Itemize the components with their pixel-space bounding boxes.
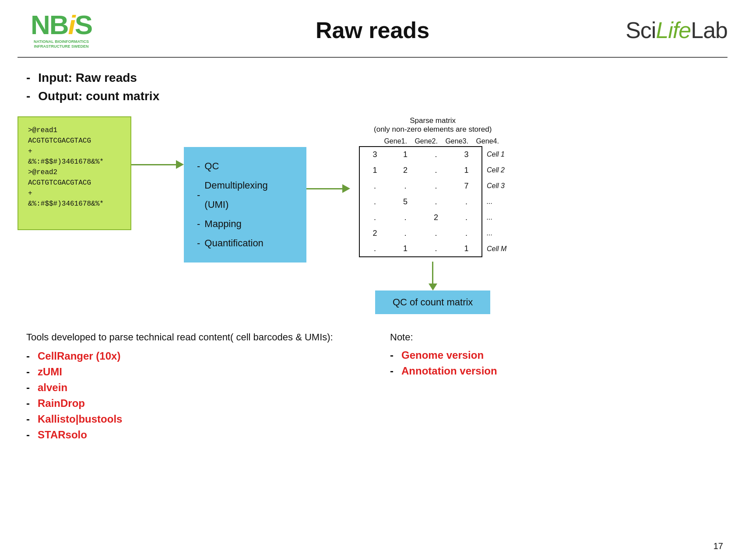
raw-read-line-6: ACGTGTCGACGTACG (28, 178, 121, 188)
cell-labels: Cell 1 Cell 2 Cell 3 ... ... ... Cell M (487, 147, 506, 257)
note-annotation: - Annotation version (390, 365, 719, 377)
table-row: . 1 . 1 (359, 241, 482, 257)
note-section: Note: - Genome version - Annotation vers… (355, 332, 719, 444)
scilife-life: Life (656, 17, 691, 43)
scilife-sci: Sci (626, 17, 656, 43)
scilife-lab: Lab (691, 17, 727, 43)
raw-read-line-4: &%:#$$#)3461678&%* (28, 157, 121, 167)
page-title: Raw reads (316, 17, 429, 43)
pipeline-quant: - Quantification (197, 234, 293, 253)
down-arrow-line (432, 262, 433, 284)
tools-left: Tools developed to parse technical read … (26, 332, 355, 444)
table-row: 3 1 . 3 (359, 147, 482, 162)
page-number: 17 (713, 541, 723, 551)
pipeline-mapping: - Mapping (197, 214, 293, 234)
bullet-section: - Input: Raw reads - Output: count matri… (0, 58, 745, 112)
matrix-table-wrapper: 3 1 . 3 1 2 . 1 . . . 7 . (359, 146, 506, 257)
pipeline-qc: - QC (197, 157, 293, 176)
nbis-logo: NBiS NATIONAL BIOINFORMATICS INFRASTRUCT… (18, 11, 105, 49)
nbis-logo-text: NBiS (31, 11, 92, 38)
gene-headers: Gene1. Gene2. Gene3. Gene4. (380, 137, 503, 145)
table-row: 1 2 . 1 (359, 162, 482, 178)
bottom-section: Tools developed to parse technical read … (0, 314, 745, 444)
matrix-table: 3 1 . 3 1 2 . 1 . . . 7 . (359, 146, 482, 257)
header: NBiS NATIONAL BIOINFORMATICS INFRASTRUCT… (0, 0, 745, 57)
down-arrow (429, 262, 437, 290)
bullet-output: - Output: count matrix (26, 89, 719, 103)
note-label: Note: (390, 332, 719, 343)
tool-starsolo: - STARsolo (26, 429, 355, 441)
tool-cellranger: - CellRanger (10x) (26, 350, 355, 362)
tools-intro: Tools developed to parse technical read … (26, 332, 355, 343)
raw-read-line-2: ACGTGTCGACGTACG (28, 136, 121, 146)
raw-read-line-7: + (28, 188, 121, 199)
sparse-matrix-label: Sparse matrix (only non-zero elements ar… (374, 116, 492, 134)
raw-read-line-8: &%:#$$#)3461678&%* (28, 199, 121, 209)
arrow-to-pipeline (131, 160, 184, 169)
tool-zumi: - zUMI (26, 366, 355, 378)
tool-kallisto: - Kallisto|bustools (26, 413, 355, 425)
tool-alvein: - alvein (26, 382, 355, 394)
table-row: . . 2 . (359, 210, 482, 225)
matrix-qc-area: Sparse matrix (only non-zero elements ar… (359, 116, 506, 314)
table-row: 2 . . . (359, 225, 482, 241)
raw-read-line-5: >@read2 (28, 167, 121, 178)
table-row: . 5 . . (359, 194, 482, 210)
pipeline-box: - QC - Demultiplexing (UMI) - Mapping - … (184, 147, 306, 262)
raw-read-line-1: >@read1 (28, 125, 121, 136)
qc-count-matrix-box: QC of count matrix (375, 290, 490, 314)
raw-reads-box: >@read1 ACGTGTCGACGTACG + &%:#$$#)346167… (18, 116, 131, 230)
table-row: . . . 7 (359, 178, 482, 194)
arrow-to-matrix (306, 184, 350, 193)
raw-read-line-3: + (28, 146, 121, 157)
tool-raindrop: - RainDrop (26, 397, 355, 410)
scilife-logo: SciLifeLab (640, 17, 727, 43)
bullet-input: - Input: Raw reads (26, 71, 719, 85)
note-genome: - Genome version (390, 349, 719, 361)
down-arrow-head (429, 284, 437, 290)
nbis-subtitle: NATIONAL BIOINFORMATICS INFRASTRUCTURE S… (34, 39, 89, 49)
pipeline-demux: - Demultiplexing (UMI) (197, 176, 293, 214)
